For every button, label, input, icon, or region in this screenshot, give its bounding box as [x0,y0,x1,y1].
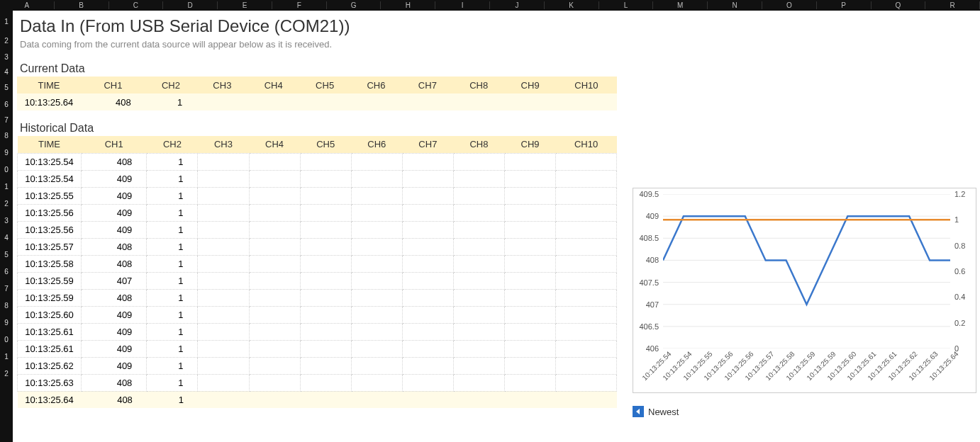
cell[interactable] [249,255,300,272]
cell[interactable] [505,272,556,289]
cell[interactable] [505,357,556,374]
cell[interactable] [249,221,300,238]
cell[interactable]: 1 [147,238,198,255]
cell[interactable]: 409 [82,340,147,357]
cell[interactable] [453,272,504,289]
cell[interactable]: 409 [82,306,147,323]
row-header[interactable]: 1 [0,178,13,195]
cell[interactable]: 1 [147,374,198,391]
cell[interactable]: 10:13:25.56 [18,221,82,238]
cell[interactable] [402,94,453,110]
cell[interactable]: 409 [82,204,147,221]
cell[interactable]: 10:13:25.63 [18,374,82,391]
cell[interactable] [300,391,351,408]
column-header[interactable]: L [599,1,654,9]
cell[interactable] [505,306,556,323]
cell[interactable] [300,153,351,170]
cell[interactable] [249,357,300,374]
cell[interactable] [556,238,617,255]
cell[interactable] [351,204,402,221]
column-header[interactable]: Q [872,1,926,9]
cell[interactable]: 409 [82,357,147,374]
cell[interactable]: 409 [82,187,147,204]
cell[interactable] [249,340,300,357]
cell[interactable] [198,204,249,221]
cell[interactable] [198,187,249,204]
cell[interactable] [300,255,351,272]
cell[interactable] [505,187,556,204]
cell[interactable] [198,170,249,187]
cell[interactable]: 1 [147,187,198,204]
cell[interactable]: 1 [147,340,198,357]
row-header[interactable]: 8 [0,297,13,314]
cell[interactable]: 408 [82,255,147,272]
cell[interactable]: 1 [147,204,198,221]
cell[interactable]: 1 [147,289,198,306]
cell[interactable] [196,94,247,110]
cell[interactable] [351,306,402,323]
row-header[interactable]: 9 [0,314,13,331]
cell[interactable] [350,94,401,110]
cell[interactable] [402,391,453,408]
cell[interactable] [249,289,300,306]
cell[interactable] [453,94,504,110]
cell[interactable] [556,323,617,340]
row-header[interactable]: 4 [0,64,13,79]
cell[interactable] [351,272,402,289]
column-header[interactable]: M [653,1,708,9]
column-header[interactable]: H [381,1,435,9]
cell[interactable]: 1 [147,357,198,374]
cell[interactable]: 10:13:25.54 [18,153,82,170]
row-header[interactable]: 9 [0,144,13,161]
column-header[interactable]: F [272,1,327,9]
row-header[interactable]: 5 [0,79,13,96]
cell[interactable] [402,323,453,340]
cell[interactable]: 10:13:25.59 [18,272,82,289]
cell[interactable] [300,272,351,289]
cell[interactable] [504,94,555,110]
column-header[interactable]: A [0,1,55,9]
cell[interactable] [556,221,617,238]
column-header[interactable]: R [925,1,980,9]
row-header[interactable]: 0 [0,331,13,348]
cell[interactable]: 1 [147,221,198,238]
cell[interactable] [453,238,504,255]
cell[interactable] [505,238,556,255]
cell[interactable] [351,170,402,187]
cell[interactable] [248,94,299,110]
cell[interactable] [198,221,249,238]
row-header[interactable]: 7 [0,280,13,297]
row-header[interactable]: 1 [0,11,13,32]
row-header[interactable]: 6 [0,96,13,113]
cell[interactable] [198,306,249,323]
cell[interactable]: 1 [147,323,198,340]
cell[interactable] [453,323,504,340]
row-header[interactable]: 2 [0,195,13,212]
cell[interactable] [198,255,249,272]
cell[interactable]: 10:13:25.61 [18,340,82,357]
row-header[interactable]: 8 [0,127,13,144]
cell[interactable] [300,238,351,255]
cell[interactable]: 10:13:25.60 [18,306,82,323]
cell[interactable] [402,289,453,306]
cell[interactable] [198,289,249,306]
cell[interactable] [402,221,453,238]
cell[interactable]: 10:13:25.64 [18,391,82,408]
cell[interactable] [351,340,402,357]
cell[interactable]: 1 [145,94,196,110]
cell[interactable]: 10:13:25.61 [18,323,82,340]
cell[interactable] [198,153,249,170]
cell[interactable]: 408 [82,374,147,391]
cell[interactable] [198,374,249,391]
cell[interactable] [402,374,453,391]
cell[interactable] [556,170,617,187]
cell[interactable] [453,340,504,357]
cell[interactable] [198,238,249,255]
cell[interactable]: 10:13:25.54 [18,170,82,187]
cell[interactable] [453,374,504,391]
cell[interactable] [556,94,617,110]
cell[interactable] [249,170,300,187]
cell[interactable] [351,289,402,306]
cell[interactable] [300,204,351,221]
cell[interactable] [453,289,504,306]
